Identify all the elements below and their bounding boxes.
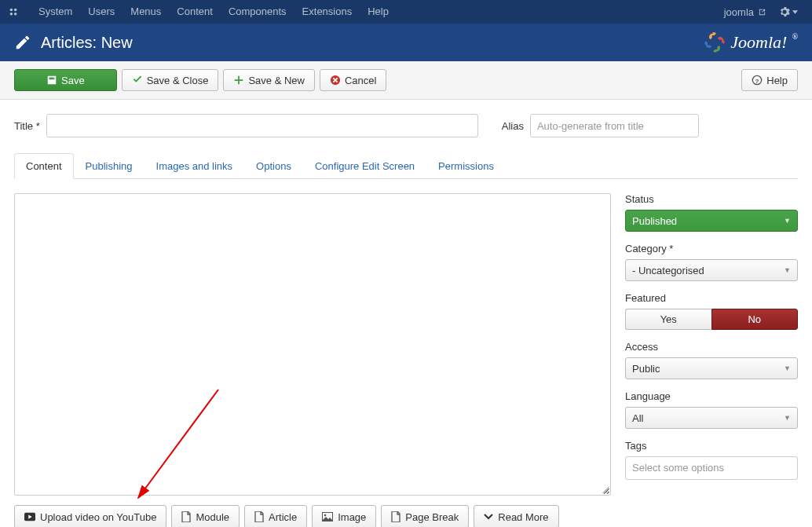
alias-input[interactable] [530, 114, 699, 137]
cancel-icon [330, 75, 341, 86]
toolbar: Save Save & Close Save & New Cancel ? He… [0, 61, 812, 100]
page-title: Articles: New [41, 34, 704, 52]
tab-permissions[interactable]: Permissions [426, 153, 506, 179]
caret-down-icon: ▼ [784, 414, 791, 422]
image-icon [322, 512, 333, 522]
apply-icon [46, 75, 57, 86]
article-editor[interactable] [14, 193, 611, 496]
status-select[interactable]: Published ▼ [625, 210, 798, 232]
svg-point-3 [14, 13, 17, 16]
editor-buttons-row: Upload video on YouTube Module Article I… [14, 505, 611, 527]
svg-point-10 [324, 514, 327, 517]
external-link-icon [758, 8, 766, 16]
pencil-icon [14, 34, 31, 51]
tabs: Content Publishing Images and links Opti… [14, 153, 798, 179]
settings-menu[interactable] [773, 6, 804, 17]
alias-label: Alias [502, 120, 524, 132]
access-select[interactable]: Public ▼ [625, 357, 798, 379]
caret-down-icon [792, 10, 798, 14]
read-more-button[interactable]: Read More [474, 505, 558, 527]
page-break-button[interactable]: Page Break [381, 505, 469, 527]
category-select[interactable]: - Uncategorised ▼ [625, 259, 798, 281]
language-label: Language [625, 390, 798, 402]
upload-youtube-button[interactable]: Upload video on YouTube [14, 505, 166, 527]
file-icon [181, 511, 191, 522]
language-select[interactable]: All ▼ [625, 407, 798, 429]
svg-point-1 [14, 9, 17, 12]
tab-content-panel: Upload video on YouTube Module Article I… [14, 179, 798, 527]
check-icon [132, 75, 143, 86]
image-button[interactable]: Image [312, 505, 376, 527]
tab-content[interactable]: Content [14, 153, 74, 179]
title-row: Title * Alias [14, 114, 798, 137]
save-new-button[interactable]: Save & New [223, 69, 315, 91]
nav-users[interactable]: Users [80, 0, 123, 24]
featured-toggle: Yes No [625, 309, 798, 330]
youtube-icon [24, 512, 35, 522]
title-input[interactable] [46, 114, 478, 137]
featured-yes[interactable]: Yes [625, 309, 711, 330]
user-name: joomla [724, 6, 754, 18]
save-close-button[interactable]: Save & Close [122, 69, 219, 91]
nav-extensions[interactable]: Extensions [294, 0, 360, 24]
tags-label: Tags [625, 440, 798, 452]
top-nav: System Users Menus Content Components Ex… [0, 0, 812, 24]
tags-input[interactable]: Select some options [625, 456, 798, 480]
joomla-logo-icon [8, 6, 19, 17]
tab-options[interactable]: Options [244, 153, 303, 179]
nav-content[interactable]: Content [169, 0, 221, 24]
joomla-brand: Joomla!® [704, 31, 798, 53]
article-button[interactable]: Article [244, 505, 307, 527]
plus-icon [233, 75, 244, 86]
access-label: Access [625, 341, 798, 353]
editor-column: Upload video on YouTube Module Article I… [14, 193, 611, 527]
tab-images-links[interactable]: Images and links [144, 153, 245, 179]
page-header: Articles: New Joomla!® [0, 24, 812, 61]
nav-menus[interactable]: Menus [123, 0, 169, 24]
nav-components[interactable]: Components [221, 0, 294, 24]
caret-down-icon: ▼ [784, 364, 791, 372]
content-area: Title * Alias Content Publishing Images … [0, 100, 812, 527]
tab-configure-edit[interactable]: Configure Edit Screen [303, 153, 426, 179]
status-label: Status [625, 193, 798, 205]
featured-label: Featured [625, 292, 798, 304]
svg-text:?: ? [755, 78, 759, 85]
caret-down-icon: ▼ [784, 266, 791, 274]
file-icon [254, 511, 264, 522]
help-icon: ? [752, 75, 763, 86]
file-icon [391, 511, 401, 522]
svg-point-2 [10, 13, 13, 16]
nav-system[interactable]: System [31, 0, 80, 24]
caret-down-icon: ▼ [784, 217, 791, 225]
featured-no[interactable]: No [711, 309, 799, 330]
save-button[interactable]: Save [14, 69, 117, 91]
cancel-button[interactable]: Cancel [320, 69, 386, 91]
title-label: Title * [14, 120, 40, 132]
chevron-down-icon [484, 514, 493, 520]
joomla-brand-icon [704, 31, 726, 53]
nav-help[interactable]: Help [360, 0, 397, 24]
help-button[interactable]: ? Help [741, 69, 798, 91]
gear-icon [779, 6, 790, 17]
side-column: Status Published ▼ Category * - Uncatego… [625, 193, 798, 527]
tab-publishing[interactable]: Publishing [74, 153, 144, 179]
svg-point-0 [10, 9, 13, 12]
user-menu[interactable]: joomla [718, 6, 773, 18]
module-button[interactable]: Module [171, 505, 240, 527]
category-label: Category * [625, 243, 798, 254]
